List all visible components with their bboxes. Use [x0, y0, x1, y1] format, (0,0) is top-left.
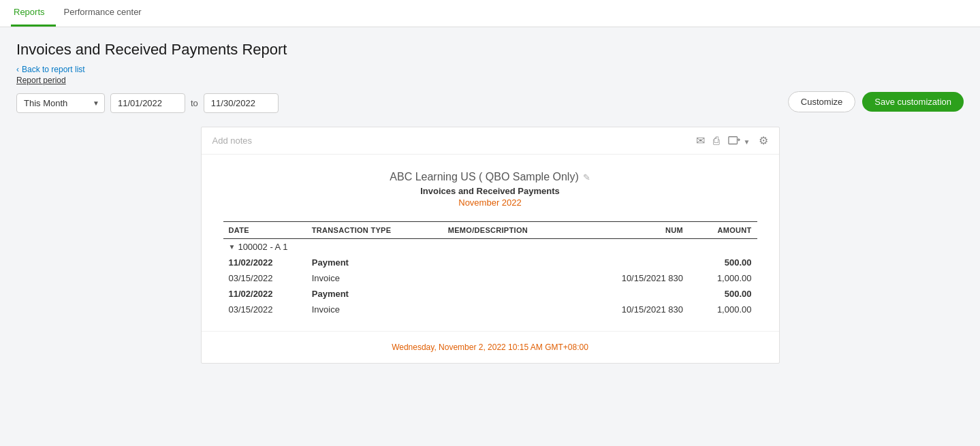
footer-timestamp: Wednesday, November 2, 2022 10:15 AM GMT…	[392, 343, 588, 352]
col-date: DATE	[223, 222, 306, 239]
company-name: ABC Learning US ( QBO Sample Only) ✎	[223, 171, 757, 183]
col-amount: AMOUNT	[689, 222, 757, 239]
period-select[interactable]: This Month	[16, 93, 105, 113]
cell-type: Payment	[306, 255, 443, 270]
top-nav: Reports Performance center	[0, 0, 980, 27]
settings-icon[interactable]: ⚙	[759, 134, 768, 147]
cell-memo	[443, 255, 580, 270]
group-label-text: 100002 - A 1	[238, 242, 287, 252]
table-row: 03/15/2022 Invoice 10/15/2021 830 1,000.…	[223, 302, 757, 317]
report-footer: Wednesday, November 2, 2022 10:15 AM GMT…	[202, 331, 779, 363]
email-icon[interactable]: ✉	[696, 134, 705, 147]
cell-amount: 1,000.00	[689, 302, 757, 317]
cell-memo	[443, 286, 580, 302]
col-memo: MEMO/DESCRIPTION	[443, 222, 580, 239]
date-separator: to	[191, 98, 198, 108]
cell-num	[580, 255, 689, 270]
toolbar-icons: ✉ ⎙ ▼ ⚙	[696, 134, 768, 147]
date-controls: This Month ▼ to	[16, 93, 279, 113]
cell-memo	[443, 270, 580, 286]
col-transaction-type: TRANSACTION TYPE	[306, 222, 443, 239]
date-from-input[interactable]	[110, 93, 185, 113]
cell-amount: 500.00	[689, 255, 757, 270]
report-period-label: Report period	[16, 76, 964, 85]
period-select-wrapper: This Month ▼	[16, 93, 105, 113]
cell-num: 10/15/2021 830	[580, 270, 689, 286]
table-row: 11/02/2022 Payment 500.00	[223, 255, 757, 270]
report-toolbar: Add notes ✉ ⎙ ▼ ⚙	[202, 127, 779, 155]
tab-reports[interactable]: Reports	[11, 0, 56, 27]
edit-company-name-icon[interactable]: ✎	[583, 172, 590, 182]
cell-date: 11/02/2022	[223, 255, 306, 270]
cell-amount: 500.00	[689, 286, 757, 302]
cell-memo	[443, 302, 580, 317]
cell-num	[580, 286, 689, 302]
page-content: Invoices and Received Payments Report ‹ …	[0, 27, 980, 446]
table-row: 11/02/2022 Payment 500.00	[223, 286, 757, 302]
report-container: Add notes ✉ ⎙ ▼ ⚙ ABC Learning US ( QBO …	[201, 127, 780, 364]
cell-amount: 1,000.00	[689, 270, 757, 286]
cell-type: Invoice	[306, 270, 443, 286]
report-period-display: November 2022	[223, 197, 757, 208]
cell-date: 11/02/2022	[223, 286, 306, 302]
report-table: DATE TRANSACTION TYPE MEMO/DESCRIPTION N…	[223, 221, 757, 317]
customize-button[interactable]: Customize	[788, 91, 855, 112]
cell-date: 03/15/2022	[223, 270, 306, 286]
group-header-100002: ▼ 100002 - A 1	[223, 239, 757, 255]
cell-date: 03/15/2022	[223, 302, 306, 317]
add-notes-field[interactable]: Add notes	[212, 136, 253, 146]
save-customization-button[interactable]: Save customization	[862, 92, 964, 112]
tab-performance-center[interactable]: Performance center	[61, 0, 153, 27]
svg-rect-0	[729, 137, 738, 144]
action-buttons: Customize Save customization	[788, 91, 964, 112]
export-icon[interactable]: ▼	[728, 135, 750, 147]
back-to-report-list-link[interactable]: ‹ Back to report list	[16, 65, 85, 74]
chevron-left-icon: ‹	[16, 65, 19, 74]
table-row: 03/15/2022 Invoice 10/15/2021 830 1,000.…	[223, 270, 757, 286]
cell-type: Invoice	[306, 302, 443, 317]
print-icon[interactable]: ⎙	[713, 135, 720, 147]
date-to-input[interactable]	[204, 93, 279, 113]
report-body: ABC Learning US ( QBO Sample Only) ✎ Inv…	[202, 155, 779, 331]
cell-num: 10/15/2021 830	[580, 302, 689, 317]
col-num: NUM	[580, 222, 689, 239]
report-title: Invoices and Received Payments	[223, 186, 757, 196]
page-title: Invoices and Received Payments Report	[16, 41, 964, 59]
cell-type: Payment	[306, 286, 443, 302]
header-controls: This Month ▼ to Customize Save customiza…	[16, 91, 964, 113]
group-chevron-icon[interactable]: ▼	[229, 243, 236, 251]
